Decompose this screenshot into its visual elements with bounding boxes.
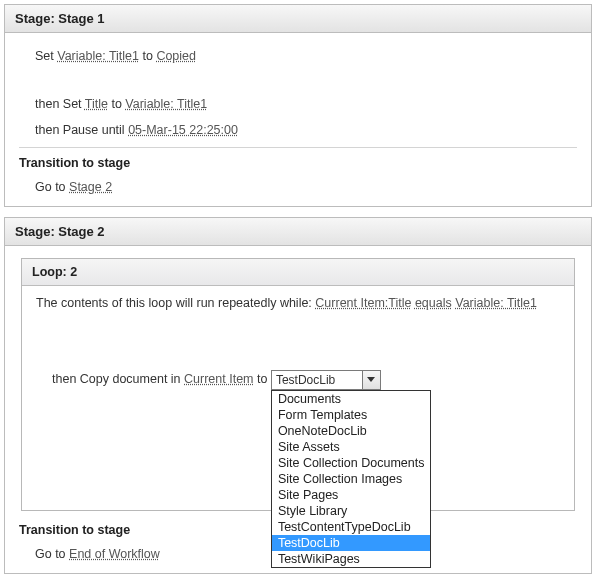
text: The contents of this loop will run repea… (36, 296, 315, 310)
loop-2: Loop: 2 The contents of this loop will r… (21, 258, 575, 511)
stage-1-body: Set Variable: Title1 to Copied then Set … (5, 33, 591, 206)
text: to (139, 49, 156, 63)
destination-combobox[interactable]: TestDocLib (271, 370, 381, 390)
dropdown-item[interactable]: Form Templates (272, 407, 430, 423)
text: to (254, 372, 271, 386)
action-copy-document: then Copy document in Current Item to Te… (36, 310, 560, 490)
dropdown-item[interactable]: Documents (272, 391, 430, 407)
link-variable-title1[interactable]: Variable: Title1 (455, 296, 537, 310)
link-operator-equals[interactable]: equals (415, 296, 452, 310)
action-pause-until: then Pause until 05-Mar-15 22:25:00 (19, 117, 577, 143)
dropdown-item[interactable]: TestDocLib (272, 535, 430, 551)
dropdown-item[interactable]: Site Assets (272, 439, 430, 455)
action-goto: Go to Stage 2 (19, 174, 577, 200)
chevron-down-icon[interactable] (362, 371, 380, 389)
stage-1: Stage: Stage 1 Set Variable: Title1 to C… (4, 4, 592, 207)
link-current-item-title[interactable]: Current Item:Title (315, 296, 411, 310)
text: then Copy document in (52, 372, 184, 386)
link-value-copied[interactable]: Copied (156, 49, 196, 63)
stage-2: Stage: Stage 2 Loop: 2 The contents of t… (4, 217, 592, 574)
action-set-variable: Set Variable: Title1 to Copied (19, 43, 577, 69)
stage-2-header: Stage: Stage 2 (5, 218, 591, 246)
destination-dropdown[interactable]: DocumentsForm TemplatesOneNoteDocLibSite… (271, 390, 431, 568)
text: then Set (35, 97, 85, 111)
text: Go to (35, 180, 69, 194)
link-goto-stage2[interactable]: Stage 2 (69, 180, 112, 194)
text: then Pause until (35, 123, 128, 137)
combobox-value: TestDocLib (272, 371, 362, 389)
link-title-field[interactable]: Title (85, 97, 108, 111)
loop-2-body: The contents of this loop will run repea… (22, 286, 574, 510)
dropdown-item[interactable]: Site Pages (272, 487, 430, 503)
text: to (108, 97, 125, 111)
link-pause-date[interactable]: 05-Mar-15 22:25:00 (128, 123, 238, 137)
stage-2-body: Loop: 2 The contents of this loop will r… (5, 246, 591, 573)
transition-label: Transition to stage (19, 154, 577, 174)
dropdown-item[interactable]: OneNoteDocLib (272, 423, 430, 439)
dropdown-item[interactable]: TestContentTypeDocLib (272, 519, 430, 535)
link-current-item[interactable]: Current Item (184, 372, 253, 386)
action-set-title: then Set Title to Variable: Title1 (19, 69, 577, 117)
link-end-of-workflow[interactable]: End of Workflow (69, 547, 160, 561)
loop-2-header: Loop: 2 (22, 259, 574, 286)
dropdown-item[interactable]: Style Library (272, 503, 430, 519)
dropdown-item[interactable]: Site Collection Documents (272, 455, 430, 471)
destination-combo-wrap: TestDocLib DocumentsForm TemplatesOneNot… (271, 370, 381, 390)
text: Go to (35, 547, 69, 561)
dropdown-item[interactable]: TestWikiPages (272, 551, 430, 567)
stage-1-header: Stage: Stage 1 (5, 5, 591, 33)
link-variable-title1[interactable]: Variable: Title1 (125, 97, 207, 111)
dropdown-item[interactable]: Site Collection Images (272, 471, 430, 487)
separator (19, 147, 577, 148)
text: Set (35, 49, 57, 63)
link-variable-title1[interactable]: Variable: Title1 (57, 49, 139, 63)
loop-condition: The contents of this loop will run repea… (36, 296, 560, 310)
